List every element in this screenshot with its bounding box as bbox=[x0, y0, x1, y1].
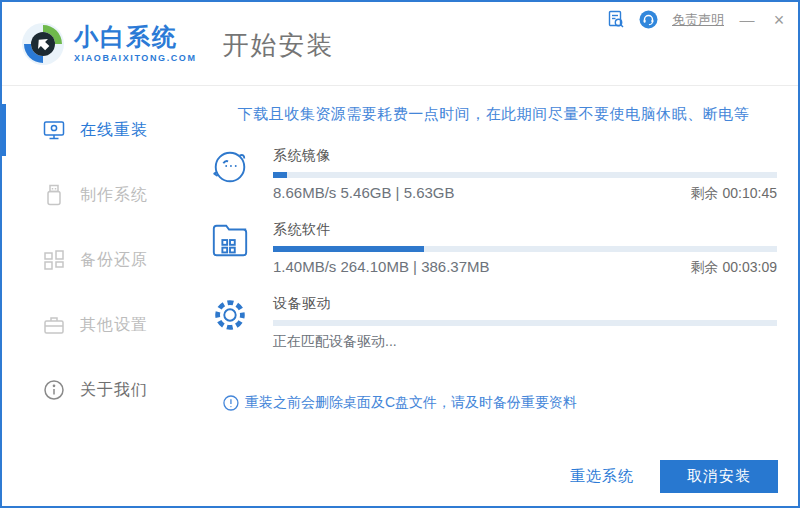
active-indicator bbox=[2, 104, 6, 156]
backup-notice: 重装之前会删除桌面及C盘文件，请及时备份重要资料 bbox=[223, 394, 577, 412]
titlebar-controls: 免责声明 — × bbox=[606, 10, 788, 29]
logo-icon bbox=[20, 21, 66, 67]
progress-fill bbox=[273, 246, 424, 252]
progress-fill bbox=[273, 172, 287, 178]
progress-bar-system-software bbox=[273, 246, 777, 252]
backup-blocks-icon bbox=[42, 248, 66, 272]
warning-text: 下载且收集资源需要耗费一点时间，在此期间尽量不要使电脑休眠、断电等 bbox=[210, 105, 777, 124]
task-remaining: 剩余 00:10:45 bbox=[691, 185, 777, 203]
task-system-image: 系统镜像 8.66MB/s 5.46GB | 5.63GB 剩余 00:10:4… bbox=[210, 145, 777, 203]
sidebar-item-make-system[interactable]: 制作系统 bbox=[2, 169, 202, 221]
sidebar-item-backup-restore[interactable]: 备份还原 bbox=[2, 234, 202, 286]
sidebar: 在线重装 制作系统 bbox=[2, 86, 202, 506]
brand-domain: XIAOBAIXITONG.COM bbox=[74, 53, 197, 63]
sidebar-item-about-us[interactable]: 关于我们 bbox=[2, 364, 202, 416]
sidebar-item-label: 备份还原 bbox=[80, 250, 148, 271]
sidebar-item-other-settings[interactable]: 其他设置 bbox=[2, 299, 202, 351]
install-progress-panel: 下载且收集资源需要耗费一点时间，在此期间尽量不要使电脑休眠、断电等 系 bbox=[202, 86, 798, 506]
progress-bar-system-image bbox=[273, 172, 777, 178]
usb-drive-icon bbox=[42, 183, 66, 207]
reselect-system-button[interactable]: 重选系统 bbox=[570, 467, 634, 486]
alert-circle-icon bbox=[223, 395, 239, 411]
task-status: 正在匹配设备驱动... bbox=[273, 333, 777, 351]
document-search-icon[interactable] bbox=[606, 10, 625, 29]
task-title: 设备驱动 bbox=[273, 295, 777, 313]
task-title: 系统镜像 bbox=[273, 147, 777, 165]
page-title: 开始安装 bbox=[223, 28, 335, 63]
info-circle-icon bbox=[42, 378, 66, 402]
toolbox-icon bbox=[42, 313, 66, 337]
task-stats: 8.66MB/s 5.46GB | 5.63GB bbox=[273, 184, 455, 201]
sidebar-item-label: 关于我们 bbox=[80, 380, 148, 401]
disclaimer-link[interactable]: 免责声明 bbox=[672, 11, 724, 29]
app-logo: 小白系统 XIAOBAIXITONG.COM bbox=[20, 21, 197, 67]
folder-apps-icon bbox=[210, 219, 250, 265]
task-remaining: 剩余 00:03:09 bbox=[691, 259, 777, 277]
monitor-icon bbox=[42, 118, 66, 142]
minimize-button[interactable]: — bbox=[738, 11, 756, 29]
backup-notice-text: 重装之前会删除桌面及C盘文件，请及时备份重要资料 bbox=[245, 394, 577, 412]
cancel-install-button[interactable]: 取消安装 bbox=[660, 460, 778, 493]
progress-bar-device-drivers bbox=[273, 320, 777, 326]
customer-support-icon[interactable] bbox=[639, 10, 658, 29]
sidebar-item-online-reinstall[interactable]: 在线重装 bbox=[2, 104, 202, 156]
task-title: 系统软件 bbox=[273, 221, 777, 239]
footer-actions: 重选系统 取消安装 bbox=[570, 460, 778, 493]
sidebar-item-label: 在线重装 bbox=[80, 120, 148, 141]
gear-icon bbox=[210, 293, 250, 339]
close-button[interactable]: × bbox=[770, 11, 788, 29]
mascot-face-icon bbox=[210, 145, 250, 191]
app-window: 免责声明 — × 小白系统 XIAOBAIXITONG.COM 开始安装 bbox=[0, 0, 800, 508]
task-system-software: 系统软件 1.40MB/s 264.10MB | 386.37MB 剩余 00:… bbox=[210, 219, 777, 277]
sidebar-item-label: 制作系统 bbox=[80, 185, 148, 206]
sidebar-item-label: 其他设置 bbox=[80, 315, 148, 336]
task-stats: 1.40MB/s 264.10MB | 386.37MB bbox=[273, 258, 490, 275]
task-device-drivers: 设备驱动 正在匹配设备驱动... bbox=[210, 293, 777, 351]
brand-name: 小白系统 bbox=[74, 24, 197, 50]
